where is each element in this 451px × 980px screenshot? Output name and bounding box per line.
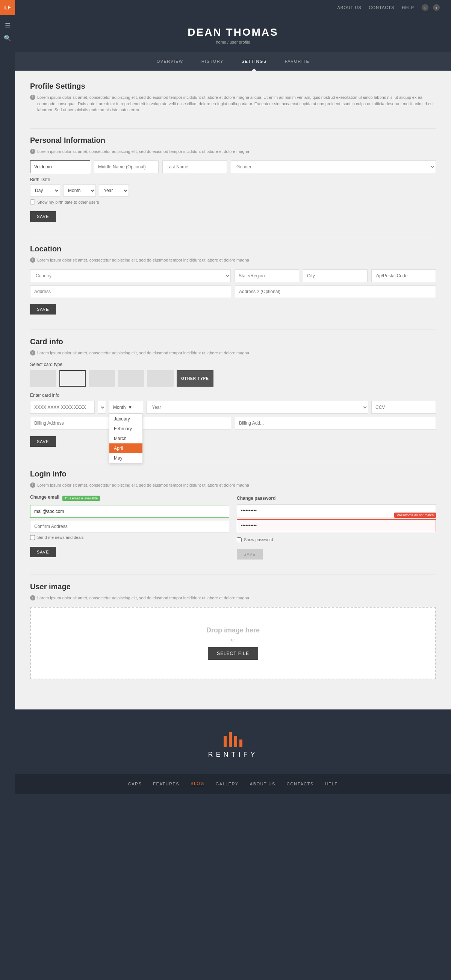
user-icon[interactable]: ☺ [422,4,429,11]
globe-icon[interactable]: ● [433,4,440,11]
user-image-section: User image i Lorem ipsum dolor sit amet,… [30,582,436,680]
tab-overview[interactable]: OVERVIEW [148,52,193,71]
contacts-link[interactable]: CONTACTS [369,5,395,10]
month-option-april[interactable]: April [109,444,142,453]
info-icon-login: i [30,482,35,488]
last-name-input[interactable] [163,161,227,173]
breadcrumb-home[interactable]: home [216,40,226,45]
footer-link-blog[interactable]: BLOG [191,781,204,786]
footer-link-contacts[interactable]: CONTACTS [287,781,314,786]
month-label: Month [113,405,126,410]
login-info-section: Login info i Lorem ipsum dolor sit amet,… [30,470,436,560]
gender-select[interactable]: Gender Male Female Other [231,161,436,173]
card-option-5[interactable] [147,370,174,387]
footer-link-features[interactable]: FEATURES [153,781,179,786]
footer-link-cars[interactable]: CARS [128,781,142,786]
card-country-select[interactable]: Country [98,401,106,414]
profile-settings-title: Profile Settings [30,82,436,91]
about-us-link[interactable]: ABOUT US [338,5,362,10]
email-input[interactable] [30,505,229,518]
location-save-button[interactable]: SAVE [30,304,56,315]
card-option-2[interactable] [59,370,86,387]
password-save-button: SAVE [237,549,263,560]
address2-input[interactable] [235,285,436,298]
info-icon-image: i [30,595,35,600]
card-option-4[interactable] [118,370,144,387]
month-option-may[interactable]: May [109,453,142,463]
middle-name-input[interactable] [94,161,159,173]
logo-bar-3 [234,736,237,747]
card-info-section: Card info i Lorem ipsum dolor sit amet, … [30,337,436,447]
sidebar: LF ☰ 🔍 [0,0,15,794]
other-type-button[interactable]: OTHER TYPE [177,370,214,387]
footer-link-gallery[interactable]: GALLERY [216,781,239,786]
state-input[interactable] [234,269,299,282]
email-save-button[interactable]: SAVE [30,547,56,557]
page-title: DEAN THOMAS [15,26,451,38]
sidebar-logo[interactable]: LF [0,0,15,15]
select-card-type-label: Select card type [30,362,436,367]
change-email-label: Change email [30,495,59,500]
change-password-col: Change password Passwords do not match S… [237,495,436,560]
sidebar-search-icon[interactable]: 🔍 [4,35,11,42]
card-number-input[interactable] [30,401,95,414]
birth-year-select[interactable]: Year 200019991998 [99,185,129,197]
footer-top: RENTIFY [15,710,451,774]
tab-history[interactable]: HISTORY [193,52,233,71]
card-info-save-button[interactable]: SAVE [30,436,56,447]
profile-settings-desc: i Lorem ipsum dolor sit amet, consectetu… [30,94,436,113]
month-dropdown-button[interactable]: Month ▼ [109,401,143,414]
month-option-january[interactable]: January [109,414,142,424]
footer-brand-name: RENTIFY [208,751,258,759]
birth-month-select[interactable]: Month JanuaryFebruaryMarch [63,185,96,197]
login-info-desc: i Lorem ipsum dolor sit amet, consectetu… [30,482,436,488]
breadcrumb-current: user profile [229,40,250,45]
chevron-down-icon: ▼ [128,405,132,410]
select-file-button[interactable]: SELECT FILE [208,647,258,660]
location-title: Location [30,245,436,253]
confirm-password-input[interactable] [237,519,436,532]
city-input[interactable] [303,269,368,282]
user-image-desc: i Lorem ipsum dolor sit amet, consectetu… [30,595,436,601]
footer-logo-icon [224,732,242,747]
info-icon-card: i [30,350,35,355]
confirm-email-input[interactable] [30,520,229,533]
card-year-select[interactable]: Year [146,401,368,414]
billing-address2-input[interactable] [235,417,436,430]
show-birth-date-checkbox[interactable] [30,199,35,204]
month-dropdown[interactable]: Month ▼ January February March April May [109,401,143,414]
change-password-label: Change password [237,496,276,501]
help-link[interactable]: HELP [402,5,414,10]
first-name-input[interactable] [30,161,90,173]
personal-info-section: Personal Information i Lorem ipsum dolor… [30,136,436,222]
menu-icon[interactable]: ☰ [5,22,10,29]
footer-link-about-us[interactable]: ABOUT US [250,781,276,786]
card-option-3[interactable] [89,370,115,387]
card-option-1[interactable] [30,370,56,387]
footer-link-help[interactable]: HELP [325,781,338,786]
show-birth-date-label: Show my birth date to other users [37,200,99,204]
month-option-march[interactable]: March [109,434,142,444]
month-option-february[interactable]: February [109,424,142,434]
country-select[interactable]: Country [30,269,231,282]
ccv-input[interactable] [371,401,436,414]
or-text: or [38,637,428,643]
address1-input[interactable] [30,285,231,298]
info-icon-personal: i [30,149,35,154]
location-desc: i Lorem ipsum dolor sit amet, consectetu… [30,257,436,263]
header: DEAN THOMAS home / user profile [15,15,451,52]
zip-input[interactable] [371,269,436,282]
personal-info-save-button[interactable]: SAVE [30,211,56,222]
birth-day-select[interactable]: Day 123 [30,185,60,197]
personal-info-desc: i Lorem ipsum dolor sit amet, consectetu… [30,148,436,155]
tab-favorite[interactable]: FAVORITE [276,52,319,71]
personal-info-title: Personal Information [30,136,436,145]
image-drop-zone[interactable]: Drop image here or SELECT FILE [30,607,436,679]
month-dropdown-list: January February March April May [109,414,143,463]
login-info-title: Login info [30,470,436,478]
birth-date-label: Birth Date [30,177,436,182]
news-checkbox[interactable] [30,535,35,540]
tab-settings[interactable]: SETTINGS [233,52,276,71]
logo-bar-4 [239,740,242,747]
show-password-checkbox[interactable] [237,537,242,542]
